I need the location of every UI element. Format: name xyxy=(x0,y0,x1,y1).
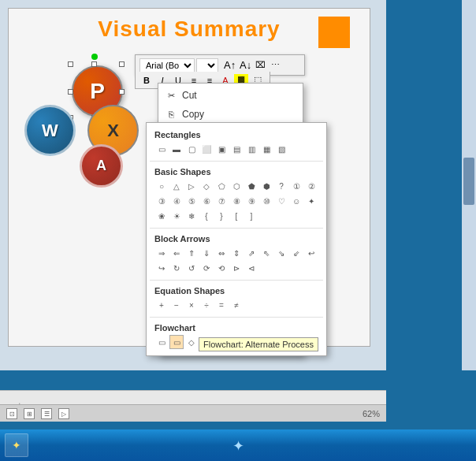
arrow-14[interactable]: ↺ xyxy=(184,261,199,275)
basic-shape-13[interactable]: ④ xyxy=(169,194,184,208)
eq-6[interactable]: ≠ xyxy=(229,298,244,312)
arrow-2[interactable]: ⇐ xyxy=(169,246,184,260)
basic-shape-18[interactable]: ⑨ xyxy=(244,194,258,208)
basic-shape-14[interactable]: ⑤ xyxy=(184,194,199,208)
basic-shape-23[interactable]: ❀ xyxy=(154,209,169,223)
equation-shapes-section: Equation Shapes + − × ÷ = ≠ xyxy=(147,282,326,315)
basic-shape-6[interactable]: ⬡ xyxy=(229,179,244,193)
menu-item-cut[interactable]: ✂ Cut xyxy=(158,86,303,105)
rect-shape-5[interactable]: ▣ xyxy=(214,142,229,156)
basic-shape-25[interactable]: ❄ xyxy=(184,209,199,223)
menu-item-copy[interactable]: ⎘ Copy xyxy=(158,105,303,124)
arrow-18[interactable]: ⊲ xyxy=(244,261,258,275)
arrow-6[interactable]: ⇕ xyxy=(229,246,244,260)
grid-view-icon[interactable]: ⊞ xyxy=(24,408,35,419)
handle-tl xyxy=(68,61,73,67)
arrow-11[interactable]: ↩ xyxy=(304,246,318,260)
bold-button[interactable]: B xyxy=(139,74,154,87)
access-icon[interactable]: A xyxy=(80,144,123,188)
arrow-16[interactable]: ⟲ xyxy=(214,261,229,275)
rect-shape-1[interactable]: ▭ xyxy=(154,142,169,156)
eq-4[interactable]: ÷ xyxy=(199,298,214,312)
flow-2[interactable]: ▭ xyxy=(169,335,184,349)
arrow-15[interactable]: ⟳ xyxy=(199,261,214,275)
slide-view-icon[interactable]: ⊡ xyxy=(6,408,17,419)
basic-shape-3[interactable]: ▷ xyxy=(184,179,199,193)
eq-2[interactable]: − xyxy=(169,298,184,312)
rect-shape-3[interactable]: ▢ xyxy=(184,142,199,156)
basic-shape-8[interactable]: ⬢ xyxy=(259,179,273,193)
basic-shape-26[interactable]: { xyxy=(199,209,214,223)
equation-shapes-title: Equation Shapes xyxy=(151,284,322,296)
font-size-selector[interactable]: 28 xyxy=(196,58,218,72)
scrollbar-thumb[interactable] xyxy=(463,158,474,205)
rect-shape-6[interactable]: ▤ xyxy=(229,142,244,156)
arrow-3[interactable]: ⇑ xyxy=(184,246,199,260)
basic-shape-11[interactable]: ② xyxy=(304,179,318,193)
shrink-font-button[interactable]: A↓ xyxy=(236,58,250,72)
basic-shape-21[interactable]: ☺ xyxy=(289,194,303,208)
basic-shape-19[interactable]: ⑩ xyxy=(259,194,273,208)
font-selector[interactable]: Arial (Bo xyxy=(139,58,195,72)
basic-shape-20[interactable]: ♡ xyxy=(274,194,288,208)
basic-shape-2[interactable]: △ xyxy=(169,179,184,193)
rect-shape-2[interactable]: ▬ xyxy=(169,142,184,156)
taskbar-start[interactable]: ✦ xyxy=(5,433,28,457)
arrow-1[interactable]: ⇒ xyxy=(154,246,169,260)
copy-label: Copy xyxy=(182,109,296,120)
basic-shape-1[interactable]: ○ xyxy=(154,179,169,193)
eq-1[interactable]: + xyxy=(154,298,169,312)
handle-tr xyxy=(119,61,125,67)
flow-3[interactable]: ◇ xyxy=(184,335,199,349)
arrow-5[interactable]: ⇔ xyxy=(214,246,229,260)
eq-3[interactable]: × xyxy=(184,298,199,312)
start-icon: ✦ xyxy=(12,439,21,452)
zoom-level: 62% xyxy=(363,409,380,418)
shape-tooltip: Flowchart: Alternate Process xyxy=(199,337,318,351)
arrow-17[interactable]: ⊳ xyxy=(229,261,244,275)
eq-5[interactable]: = xyxy=(214,298,229,312)
rect-shape-8[interactable]: ▦ xyxy=(259,142,273,156)
basic-shape-9[interactable]: ? xyxy=(274,179,288,193)
basic-shape-12[interactable]: ③ xyxy=(154,194,169,208)
more-options-button[interactable]: ⋯ xyxy=(267,58,281,72)
clear-format-button[interactable]: ⌧ xyxy=(251,58,266,72)
change-shape-submenu: Rectangles ▭ ▬ ▢ ⬜ ▣ ▤ ▥ ▦ ▧ Basic Shape… xyxy=(146,122,327,356)
arrow-8[interactable]: ⇖ xyxy=(259,246,273,260)
basic-shapes-grid: ○ △ ▷ ◇ ⬠ ⬡ ⬟ ⬢ ? ① ② ③ ④ ⑤ ⑥ ⑦ ⑧ ⑨ ⑩ ♡ … xyxy=(151,177,322,225)
right-scrollbar[interactable] xyxy=(462,0,476,370)
basic-shape-22[interactable]: ✦ xyxy=(304,194,318,208)
basic-shape-4[interactable]: ◇ xyxy=(199,179,214,193)
basic-shape-17[interactable]: ⑧ xyxy=(229,194,244,208)
rotation-handle[interactable] xyxy=(91,54,98,60)
arrow-13[interactable]: ↻ xyxy=(169,261,184,275)
word-letter: W xyxy=(42,121,58,141)
slideshow-icon[interactable]: ▷ xyxy=(58,408,69,419)
basic-shape-7[interactable]: ⬟ xyxy=(244,179,258,193)
grow-font-button[interactable]: A↑ xyxy=(220,58,234,72)
basic-shape-24[interactable]: ☀ xyxy=(169,209,184,223)
basic-shape-5[interactable]: ⬠ xyxy=(214,179,229,193)
basic-shape-16[interactable]: ⑦ xyxy=(214,194,229,208)
rectangles-grid: ▭ ▬ ▢ ⬜ ▣ ▤ ▥ ▦ ▧ xyxy=(151,140,322,158)
basic-shape-15[interactable]: ⑥ xyxy=(199,194,214,208)
arrow-9[interactable]: ⇘ xyxy=(274,246,288,260)
block-arrows-title: Block Arrows xyxy=(151,232,322,244)
flow-1[interactable]: ▭ xyxy=(154,335,169,349)
basic-shape-28[interactable]: [ xyxy=(229,209,244,223)
block-arrows-section: Block Arrows ⇒ ⇐ ⇑ ⇓ ⇔ ⇕ ⇗ ⇖ ⇘ ⇙ ↩ ↪ ↻ ↺… xyxy=(147,230,326,278)
ppt-letter: P xyxy=(90,79,105,104)
rect-shape-9[interactable]: ▧ xyxy=(274,142,288,156)
rect-shape-4[interactable]: ⬜ xyxy=(199,142,214,156)
outline-view-icon[interactable]: ☰ xyxy=(41,408,52,419)
basic-shape-10[interactable]: ① xyxy=(289,179,303,193)
arrow-4[interactable]: ⇓ xyxy=(199,246,214,260)
flowchart-title: Flowchart xyxy=(151,321,322,333)
arrow-12[interactable]: ↪ xyxy=(154,261,169,275)
arrow-7[interactable]: ⇗ xyxy=(244,246,258,260)
rect-shape-7[interactable]: ▥ xyxy=(244,142,258,156)
word-icon[interactable]: W xyxy=(24,105,76,156)
arrow-10[interactable]: ⇙ xyxy=(289,246,303,260)
basic-shape-29[interactable]: ] xyxy=(244,209,258,223)
basic-shape-27[interactable]: } xyxy=(214,209,229,223)
